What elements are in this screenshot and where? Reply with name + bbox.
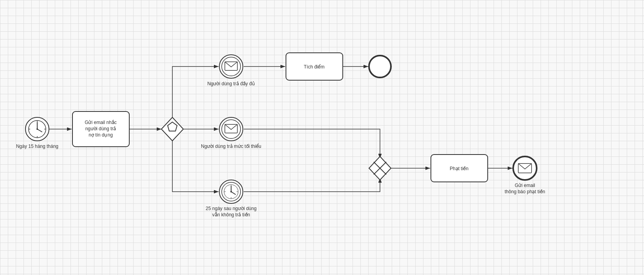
timer-label1: 25 ngày sau người dùng xyxy=(206,206,257,211)
svg-point-5 xyxy=(36,128,38,130)
svg-point-35 xyxy=(513,156,537,180)
end-event-email: Gửi email thông báo phạt tiền xyxy=(505,156,545,194)
gateway-2 xyxy=(369,156,391,180)
svg-point-17 xyxy=(222,120,241,138)
task-tich-diem[interactable]: Tích điểm xyxy=(286,53,343,80)
task-send-email[interactable]: Gửi email nhắc người dùng trả nợ tín dụn… xyxy=(72,111,129,147)
bpmn-diagram: Ngày 15 hàng tháng Gửi email nhắc người … xyxy=(0,0,644,275)
svg-point-14 xyxy=(222,57,241,76)
gateway-1 xyxy=(161,117,183,141)
arrow-gw1-evt1 xyxy=(172,67,219,119)
evt1-label: Người dùng trả đầy đủ xyxy=(207,81,255,86)
timer-label2: vẫn không trả tiền xyxy=(212,212,250,217)
evt2-label: Người dùng trả mức tối thiểu xyxy=(201,144,261,149)
task1-line1: Gửi email nhắc xyxy=(85,120,117,125)
start-event-label: Ngày 15 hàng tháng xyxy=(16,144,58,149)
intermediate-event-min-pay: Người dùng trả mức tối thiểu xyxy=(201,117,261,149)
start-event: Ngày 15 hàng tháng xyxy=(16,117,58,149)
svg-point-24 xyxy=(230,191,232,192)
task3-label: Phạt tiền xyxy=(450,166,469,171)
intermediate-event-full-pay: Người dùng trả đầy đủ xyxy=(207,55,255,86)
task1-line2: người dùng trả xyxy=(85,126,116,131)
svg-point-30 xyxy=(369,56,391,77)
task-phat-tien[interactable]: Phạt tiền xyxy=(431,155,488,182)
diagram-canvas: Ngày 15 hàng tháng Gửi email nhắc người … xyxy=(0,0,644,275)
timer-event-25days: 25 ngày sau người dùng vẫn không trả tiề… xyxy=(206,180,257,217)
arrow-evt2-gw2 xyxy=(244,129,380,158)
svg-marker-11 xyxy=(161,117,183,141)
task2-label: Tích điểm xyxy=(304,64,324,70)
end-event-1 xyxy=(369,56,391,77)
end2-label2: thông báo phạt tiền xyxy=(505,189,545,194)
end2-label1: Gửi email xyxy=(515,183,535,188)
task1-line3: nợ tín dụng xyxy=(89,132,113,138)
arrow-timer-gw2 xyxy=(244,178,380,192)
